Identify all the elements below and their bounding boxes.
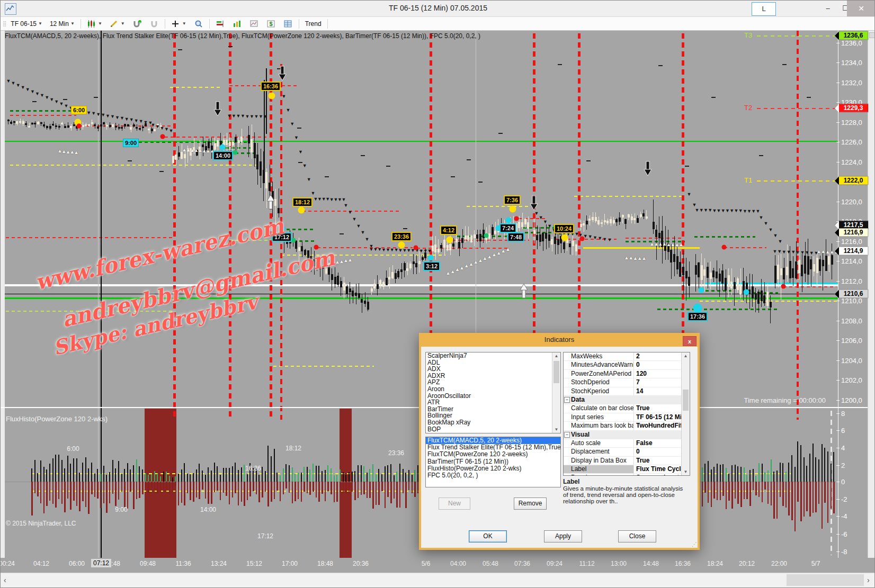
available-indicator-item[interactable]: ATR bbox=[426, 399, 560, 406]
property-row[interactable]: StochDperiod7 bbox=[564, 378, 690, 387]
property-section-row[interactable]: Visual bbox=[564, 431, 690, 439]
histogram-bar-down bbox=[241, 482, 243, 502]
time-tick-label: 18:24 bbox=[707, 560, 723, 567]
histogram-bar-up bbox=[327, 465, 328, 482]
price-tick-label: 1210,0 bbox=[841, 297, 862, 305]
down-trend-triangle-icon: ▼ bbox=[352, 216, 357, 221]
price-tick-dash bbox=[63, 99, 67, 100]
available-indicators-list[interactable]: ScalperNinja7ADLADXADXRAPZAroonAroonOsci… bbox=[425, 352, 561, 433]
histogram-bar-down bbox=[815, 482, 817, 512]
candle-body bbox=[770, 302, 772, 307]
horizontal-scrollbar[interactable]: ‹ › bbox=[1, 573, 875, 587]
property-row[interactable]: StochKperiod14 bbox=[564, 387, 690, 396]
scroll-up-arrow[interactable]: ▲ bbox=[552, 354, 560, 358]
applied-indicators-list[interactable]: FluxTCM(AMACD,5, 20 2-weeks)Flux Trend S… bbox=[425, 437, 561, 487]
down-trend-triangle-icon: ▼ bbox=[110, 114, 115, 119]
histogram-bar-up bbox=[49, 464, 50, 482]
histogram-bar-down bbox=[235, 482, 236, 493]
cycle-dot-yellow bbox=[561, 234, 568, 241]
property-description-title: Label bbox=[563, 478, 579, 485]
property-row[interactable]: PanelSame as input series bbox=[564, 474, 690, 476]
candle-body bbox=[422, 257, 424, 260]
available-indicator-item[interactable]: BookMap xRay bbox=[426, 419, 560, 426]
candle-body bbox=[424, 252, 426, 258]
remove-button[interactable]: Remove bbox=[514, 497, 547, 510]
property-row[interactable]: Display in Data BoxTrue bbox=[564, 457, 690, 465]
signal-dot-red bbox=[160, 134, 165, 139]
applied-indicator-item[interactable]: BarTimer(TF 06-15 (12 Min)) bbox=[426, 458, 560, 465]
down-trend-triangle-icon: ▼ bbox=[6, 79, 11, 84]
property-row[interactable]: LabelFlux Time Cycle Marke bbox=[564, 465, 690, 474]
candle-body bbox=[418, 261, 421, 264]
candle-body bbox=[631, 216, 633, 220]
candle-body bbox=[716, 272, 718, 278]
down-trend-triangle-icon: ▼ bbox=[588, 234, 593, 239]
available-indicator-item[interactable]: ScalperNinja7 bbox=[426, 352, 560, 359]
scroll-right-arrow[interactable]: › bbox=[867, 576, 870, 584]
histogram-bar-down bbox=[753, 482, 754, 490]
applied-indicator-item[interactable]: FluxTCM(PowerZone 120 2-weeks) bbox=[426, 451, 560, 458]
cycle-dot-yellow bbox=[447, 237, 453, 243]
property-row[interactable]: MinutesAdvanceWarnin0 bbox=[564, 361, 690, 369]
histogram-bar-down bbox=[812, 482, 814, 513]
price-tick-dash bbox=[451, 176, 455, 177]
candle-body bbox=[13, 121, 15, 123]
histogram-bar-up bbox=[76, 458, 77, 482]
price-tick-mark bbox=[836, 62, 840, 63]
available-indicator-item[interactable]: Aroon bbox=[426, 386, 560, 393]
grid-scrollbar[interactable]: ▲ ▼ bbox=[681, 352, 690, 475]
property-row[interactable]: Auto scaleFalse bbox=[564, 439, 690, 448]
time-axis[interactable]: 00:2404:1206:0007:4809:4811:3613:2415:12… bbox=[1, 558, 875, 573]
down-trend-triangle-icon: ▼ bbox=[796, 250, 800, 255]
histogram-bar-down bbox=[280, 482, 281, 501]
property-row[interactable]: Displacement0 bbox=[564, 448, 690, 456]
candle-body bbox=[58, 126, 60, 128]
new-button[interactable]: New bbox=[439, 497, 470, 510]
candle-body bbox=[819, 259, 821, 271]
candle-body bbox=[757, 292, 760, 303]
histogram-bar-up bbox=[403, 469, 404, 482]
candle-body bbox=[109, 125, 111, 126]
property-grid[interactable]: MaxWeeks2MinutesAdvanceWarnin0PowerZoneM… bbox=[563, 352, 690, 476]
candle-body bbox=[597, 220, 600, 224]
candle-body bbox=[679, 262, 681, 276]
available-indicator-item[interactable]: ADL bbox=[426, 359, 560, 366]
property-row[interactable]: PowerZoneMAPeriod120 bbox=[564, 370, 690, 378]
available-indicator-item[interactable]: ADXR bbox=[426, 373, 560, 379]
list-scrollbar[interactable]: ▲ ▼ bbox=[552, 352, 560, 433]
histogram-bar-down bbox=[758, 482, 760, 497]
histogram-bar-up bbox=[91, 463, 92, 482]
property-row[interactable]: MaxWeeks2 bbox=[564, 352, 690, 361]
scrollbar-thumb[interactable] bbox=[787, 574, 864, 586]
property-section-row[interactable]: Data bbox=[564, 396, 690, 404]
property-row[interactable]: Calculate on bar closeTrue bbox=[564, 404, 690, 413]
candle-body bbox=[391, 272, 394, 278]
available-indicator-item[interactable]: AroonOscillator bbox=[426, 393, 560, 400]
histogram-bar-down bbox=[412, 482, 413, 493]
oscillator-tick-mark bbox=[836, 430, 840, 431]
available-indicator-item[interactable]: ADX bbox=[426, 366, 560, 373]
property-row[interactable]: Maximum bars look bacTwoHundredFiftySix bbox=[564, 422, 690, 430]
property-row[interactable]: Input seriesTF 06-15 (12 Min) bbox=[564, 413, 690, 422]
available-indicator-item[interactable]: APZ bbox=[426, 379, 560, 386]
resize-grip[interactable]: ⋰ bbox=[692, 541, 697, 547]
apply-button[interactable]: Apply bbox=[544, 530, 582, 542]
candle-wick bbox=[465, 226, 466, 242]
dialog-close-button[interactable]: x bbox=[683, 336, 697, 346]
close-dialog-button[interactable]: Close bbox=[618, 530, 656, 542]
scrollbar-thumb[interactable] bbox=[683, 390, 689, 411]
dialog-title[interactable]: Indicators bbox=[419, 333, 700, 347]
available-indicator-item[interactable]: BOP bbox=[426, 426, 560, 433]
scroll-down-arrow[interactable]: ▼ bbox=[682, 469, 690, 474]
scroll-up-arrow[interactable]: ▲ bbox=[682, 354, 690, 358]
ok-button[interactable]: OK bbox=[469, 530, 507, 542]
scroll-down-arrow[interactable]: ▼ bbox=[552, 427, 560, 432]
scroll-left-arrow[interactable]: ‹ bbox=[4, 576, 6, 584]
sell-arrow-icon bbox=[530, 195, 538, 211]
scrollbar-thumb[interactable] bbox=[553, 361, 559, 383]
dashed-level-line bbox=[657, 309, 779, 310]
histogram-bar-up bbox=[267, 446, 269, 482]
price-tick-mark bbox=[836, 400, 840, 401]
histogram-bar-up bbox=[61, 460, 63, 482]
applied-indicator-item[interactable]: FPC 5.0(20, 0,2, ) bbox=[426, 472, 560, 479]
